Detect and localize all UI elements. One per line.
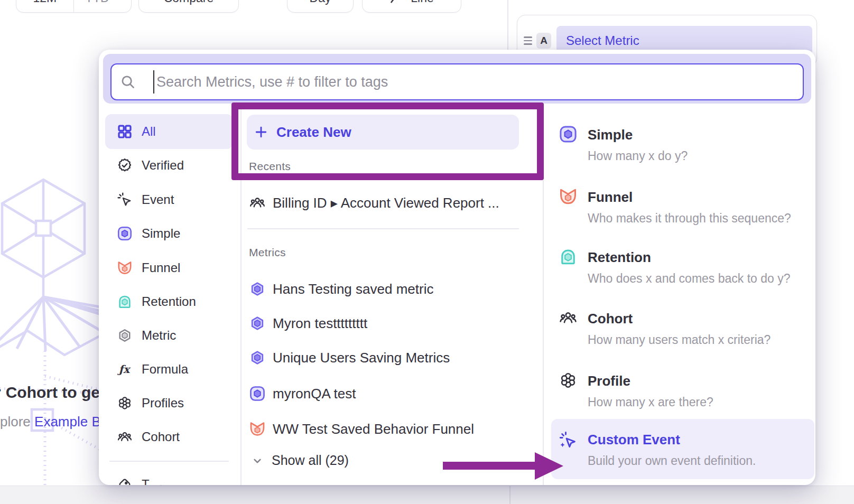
page-bottom-strip <box>0 486 854 504</box>
show-all-toggle[interactable]: Show all (29) <box>250 453 349 468</box>
metric-type-custom-event[interactable]: Custom Event Build your own event defini… <box>551 419 814 479</box>
background-headline: rCohort to ge <box>0 384 100 402</box>
plus-icon <box>254 125 268 139</box>
sidebar-item-all[interactable]: All <box>105 114 233 149</box>
custom-event-sparkle-icon <box>559 431 578 450</box>
saved-metric-item[interactable]: WW Test Saved Behavior Funnel <box>249 414 519 444</box>
recents-header: Recents <box>249 160 291 173</box>
column-divider <box>543 108 544 485</box>
grid-icon <box>117 124 133 139</box>
metric-hexagon-icon <box>117 328 133 343</box>
metric-type-cohort[interactable]: Cohort How many users match x criteria? <box>551 302 814 357</box>
simple-square-icon <box>559 125 578 144</box>
cohort-people-icon <box>249 194 266 211</box>
text-cursor <box>153 70 154 94</box>
explore-prefix: plore <box>0 414 34 430</box>
metric-hexagon-icon <box>249 349 266 366</box>
drag-handle-icon[interactable] <box>524 36 532 45</box>
sidebar-item-profiles[interactable]: Profiles <box>105 388 233 418</box>
saved-metric-item[interactable]: Myron testtttttttt <box>249 309 519 338</box>
range-12m-button[interactable]: 12M <box>16 0 73 12</box>
funnel-icon <box>559 187 578 206</box>
funnel-icon <box>249 421 266 437</box>
tag-icon <box>117 477 133 485</box>
chart-type-line-button[interactable]: Line <box>362 0 461 13</box>
funnel-icon <box>117 260 133 276</box>
search-band <box>103 54 811 104</box>
recent-item[interactable]: Billing ID ▸ Account Viewed Report ... <box>249 188 519 218</box>
sidebar-item-cohort[interactable]: Cohort <box>105 422 233 452</box>
pane-divider <box>509 486 510 504</box>
example-link[interactable]: Example B <box>34 414 99 430</box>
background-explore-line: plore Example B <box>0 414 99 430</box>
sidebar-item-clipped[interactable]: T <box>105 469 233 485</box>
date-range-group: 12M YTD <box>16 0 132 13</box>
search-input-wrap[interactable] <box>110 63 804 100</box>
sidebar-item-funnel[interactable]: Funnel <box>105 253 233 283</box>
search-icon <box>120 74 136 90</box>
headline-fragment: r <box>0 384 1 401</box>
sidebar-item-event[interactable]: Event <box>105 184 233 215</box>
sidebar-item-formula[interactable]: ƒx Formula <box>105 354 233 385</box>
range-ytd-button[interactable]: YTD <box>74 0 131 12</box>
granularity-day-button[interactable]: Day <box>287 0 354 13</box>
sidebar-item-verified[interactable]: Verified <box>105 150 233 181</box>
line-chart-icon <box>389 0 404 5</box>
series-badge: A <box>536 33 551 49</box>
cohort-people-icon <box>117 429 133 445</box>
metrics-header: Metrics <box>249 246 286 259</box>
sidebar-divider <box>109 461 229 462</box>
metric-hexagon-icon <box>249 315 266 332</box>
metric-type-profile[interactable]: Profile How many x are there? <box>551 365 814 419</box>
column-divider <box>240 108 242 485</box>
simple-square-icon <box>249 385 266 402</box>
verified-badge-icon <box>117 157 133 173</box>
metric-hexagon-icon <box>249 281 266 297</box>
cohort-people-icon <box>559 309 578 328</box>
compare-button[interactable]: Compare <box>138 0 239 13</box>
saved-metric-item[interactable]: Unique Users Saving Metrics <box>249 343 519 372</box>
sidebar-item-retention[interactable]: Retention <box>105 286 233 317</box>
event-cursor-icon <box>117 192 133 208</box>
svg-text:ƒx: ƒx <box>117 363 132 376</box>
pane-divider <box>507 0 508 50</box>
section-divider <box>247 228 519 229</box>
retention-arch-icon <box>559 247 578 266</box>
search-input[interactable] <box>155 73 803 91</box>
metric-type-retention[interactable]: Retention Who does x and comes back to d… <box>551 241 814 296</box>
create-new-button[interactable]: Create New <box>247 115 519 150</box>
formula-fx-icon: ƒx <box>117 361 133 377</box>
metric-picker-dropdown: All Verified Event Simple <box>99 50 815 485</box>
profiles-cluster-icon <box>117 395 133 411</box>
sidebar-item-metric[interactable]: Metric <box>105 320 233 351</box>
metric-type-funnel[interactable]: Funnel Who makes it through this sequenc… <box>551 181 814 236</box>
sidebar-item-simple[interactable]: Simple <box>105 218 233 249</box>
simple-square-icon <box>117 226 133 241</box>
chevron-down-icon <box>250 454 264 468</box>
saved-metric-item[interactable]: Hans Testing saved metric <box>249 274 519 304</box>
retention-arch-icon <box>117 294 133 310</box>
saved-metric-item[interactable]: myronQA test <box>249 379 519 408</box>
headline-text: Cohort to ge <box>6 384 100 401</box>
metric-type-simple[interactable]: Simple How many x do y? <box>551 118 814 173</box>
profiles-cluster-icon <box>559 371 578 390</box>
